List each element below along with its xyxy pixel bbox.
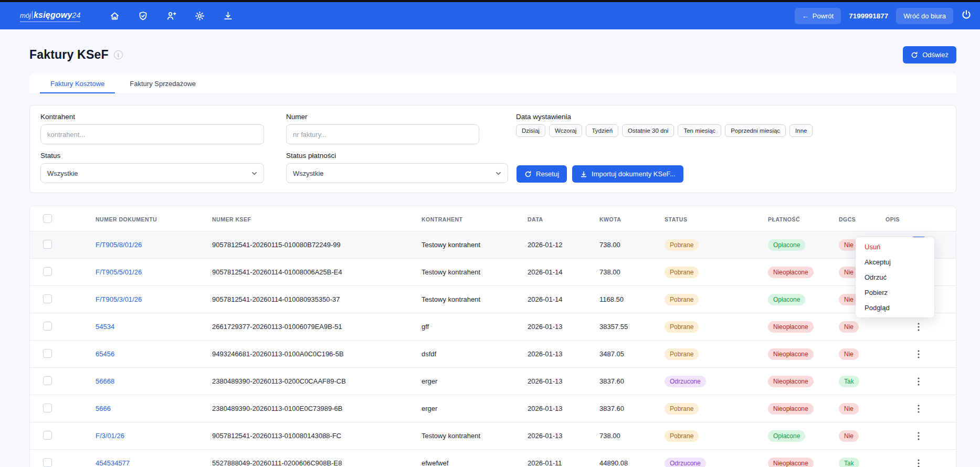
- col-header-dgcs: DGCS: [835, 206, 881, 231]
- amount-cell: 738.00: [595, 231, 660, 259]
- row-checkbox[interactable]: [43, 431, 52, 440]
- context-menu-item-0[interactable]: Usuń: [856, 239, 934, 254]
- app-logo[interactable]: mój księgowy 24: [20, 10, 80, 22]
- row-actions-kebab-button[interactable]: [911, 373, 926, 390]
- row-checkbox[interactable]: [43, 458, 52, 467]
- kontrahent-cell: Testowy kontrahent: [417, 259, 523, 286]
- col-header-status: STATUS: [660, 206, 764, 231]
- home-icon[interactable]: [106, 7, 123, 25]
- kontrahent-input[interactable]: [40, 124, 264, 144]
- kebab-icon: [918, 377, 920, 386]
- logo-divider: [32, 11, 33, 19]
- row-checkbox[interactable]: [43, 294, 52, 303]
- table-row: 5666 2380489390-20260113-0100E0C73989-6B…: [30, 395, 956, 422]
- date-range-button-3[interactable]: Ostatnie 30 dni: [622, 124, 674, 137]
- dgcs-badge: Nie: [839, 403, 859, 415]
- document-number-link[interactable]: 454534577: [96, 459, 130, 467]
- logo-prefix: mój: [20, 12, 31, 19]
- kontrahent-cell: gff: [417, 313, 523, 341]
- tab-sales-label: Faktury Sprzedażowe: [130, 80, 196, 88]
- kontrahent-cell: erger: [417, 395, 523, 422]
- row-actions-kebab-button[interactable]: [911, 428, 926, 444]
- date-filter-label: Data wystawienia: [516, 113, 813, 121]
- context-menu-item-1[interactable]: Akceptuj: [856, 254, 934, 270]
- col-header-kwota: KWOTA: [595, 206, 660, 231]
- shield-check-icon[interactable]: [134, 7, 152, 25]
- ksef-number-cell: 9493246681-20260113-0100A0C0C196-5B: [208, 341, 417, 368]
- row-actions-kebab-button[interactable]: [911, 400, 926, 417]
- status-badge: Pobrane: [665, 267, 699, 278]
- tab-cost-label: Faktury Kosztowe: [50, 80, 104, 88]
- context-menu-item-4[interactable]: Podgląd: [856, 300, 934, 315]
- date-cell: 2026-01-14: [523, 259, 595, 286]
- row-checkbox[interactable]: [43, 376, 52, 385]
- logo-main: księgowy: [34, 10, 72, 20]
- logo-suffix: 24: [72, 11, 81, 19]
- date-range-button-6[interactable]: Inne: [789, 124, 813, 137]
- date-range-button-2[interactable]: Tydzień: [586, 124, 618, 137]
- date-cell: 2026-01-14: [523, 286, 595, 313]
- document-number-link[interactable]: 54534: [96, 323, 114, 331]
- power-icon[interactable]: [961, 9, 972, 22]
- ksef-number-cell: 9057812541-20260115-010080B72249-99: [208, 231, 417, 259]
- reset-button[interactable]: Resetuj: [517, 165, 567, 183]
- kontrahent-cell: dsfdf: [417, 341, 523, 368]
- date-range-button-4[interactable]: Ten miesiąc: [678, 124, 721, 137]
- ksef-number-cell: 2380489390-20260113-0100E0C73989-6B: [208, 395, 417, 422]
- document-number-link[interactable]: 5666: [96, 405, 111, 412]
- payment-badge: Nieopłacone: [768, 458, 814, 467]
- amount-cell: 738.00: [595, 259, 660, 286]
- row-actions-kebab-button[interactable]: [911, 346, 926, 363]
- invoice-number-input[interactable]: [286, 124, 479, 144]
- document-number-link[interactable]: 65456: [96, 350, 114, 358]
- navbar-icon-group: [106, 7, 237, 25]
- amount-cell: 38357.55: [595, 313, 660, 341]
- info-icon[interactable]: i: [114, 50, 123, 59]
- download-icon[interactable]: [219, 7, 237, 25]
- row-checkbox[interactable]: [43, 404, 52, 412]
- table-row: F/T905/8/01/26 9057812541-20260115-01008…: [30, 231, 956, 259]
- row-actions-kebab-button[interactable]: [911, 319, 926, 335]
- refresh-button[interactable]: Odśwież: [903, 46, 956, 63]
- document-number-link[interactable]: F/3/01/26: [96, 432, 124, 440]
- user-plus-icon[interactable]: [162, 7, 180, 25]
- status-select[interactable]: Wszystkie: [40, 163, 264, 183]
- date-range-button-5[interactable]: Poprzedni miesiąc: [725, 124, 786, 137]
- row-checkbox[interactable]: [43, 240, 52, 249]
- gear-icon[interactable]: [191, 7, 208, 25]
- tab-faktury-kosztowe[interactable]: Faktury Kosztowe: [38, 74, 117, 93]
- document-number-link[interactable]: 56668: [96, 377, 114, 385]
- table-row: 56668 2380489390-20260113-0200C0CAAF89-C…: [30, 368, 956, 395]
- ksef-number-cell: 9057812541-20260114-010080935350-37: [208, 286, 417, 313]
- date-range-button-0[interactable]: Dzisiaj: [516, 124, 545, 137]
- back-button[interactable]: ← Powrót: [795, 8, 841, 24]
- invoices-table: NUMER DOKUMENTU NUMER KSEF KONTRAHENT DA…: [30, 206, 956, 467]
- payment-badge: Nieopłacone: [768, 267, 814, 278]
- import-ksef-button[interactable]: Importuj dokumenty KSeF...: [572, 165, 683, 183]
- row-checkbox[interactable]: [43, 349, 52, 358]
- tab-faktury-sprzedazowe[interactable]: Faktury Sprzedażowe: [117, 74, 208, 93]
- table-row: F/3/01/26 9057812541-20260113-0100801430…: [30, 422, 956, 450]
- row-checkbox[interactable]: [43, 322, 52, 331]
- ksef-number-cell: 2661729377-20260113-01006079EA9B-51: [208, 313, 417, 341]
- status-badge: Odrzucone: [665, 458, 706, 467]
- document-number-link[interactable]: F/T905/8/01/26: [96, 241, 142, 249]
- import-button-label: Importuj dokumenty KSeF...: [592, 170, 676, 178]
- return-to-office-button[interactable]: Wróć do biura: [896, 8, 953, 24]
- table-row: 454534577 5527888049-20260111-0200606C90…: [30, 450, 956, 467]
- kebab-icon: [918, 459, 920, 467]
- row-checkbox[interactable]: [43, 267, 52, 276]
- date-range-button-1[interactable]: Wczoraj: [549, 124, 583, 137]
- context-menu-item-2[interactable]: Odrzuć: [856, 270, 934, 285]
- page-title: Faktury KSeF: [29, 48, 109, 62]
- back-button-label: Powrót: [813, 12, 834, 20]
- document-number-link[interactable]: F/T905/5/01/26: [96, 268, 142, 276]
- row-actions-kebab-button[interactable]: [911, 455, 926, 467]
- document-number-link[interactable]: F/T905/3/01/26: [96, 295, 142, 303]
- chevron-down-icon: [496, 171, 501, 176]
- select-all-checkbox[interactable]: [43, 214, 52, 223]
- context-menu-item-3[interactable]: Pobierz: [856, 285, 934, 300]
- download-icon: [580, 171, 587, 178]
- status-label: Status: [40, 152, 264, 160]
- payment-status-select[interactable]: Wszystkie: [286, 163, 508, 183]
